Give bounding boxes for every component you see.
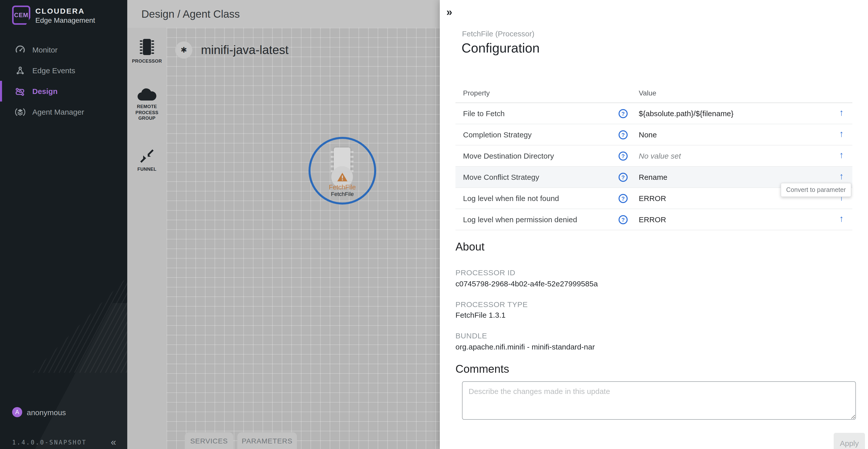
comments-input[interactable]: [462, 381, 856, 420]
sidebar-item-label: Design: [32, 87, 58, 95]
property-name: Move Destination Directory: [463, 151, 554, 160]
sidebar-item-label: Edge Events: [32, 66, 75, 75]
configuration-panel: » FetchFile (Processor) Configuration Pr…: [440, 0, 868, 449]
property-value[interactable]: None: [639, 130, 657, 139]
property-value[interactable]: Rename: [639, 173, 667, 181]
property-name: Log level when permission denied: [463, 215, 577, 224]
property-value[interactable]: ERROR: [639, 215, 666, 224]
palette-item-label: PROCESSOR: [127, 59, 167, 64]
sidebar-item-monitor[interactable]: Monitor: [0, 39, 127, 60]
unsaved-changes-icon: ✱: [175, 41, 192, 59]
brand-product: Edge Management: [35, 16, 95, 24]
table-row: Log level when permission denied ? ERROR…: [456, 209, 852, 230]
panel-subtitle: FetchFile (Processor): [462, 29, 534, 38]
processor-id-value: c0745798-2968-4b02-a4fe-52e27999585a: [456, 279, 598, 288]
tab-services[interactable]: SERVICES: [185, 432, 233, 449]
convert-to-parameter-icon[interactable]: ↑: [839, 214, 844, 224]
avatar: A: [12, 407, 22, 417]
sidebar-item-label: Agent Manager: [32, 108, 84, 116]
table-row: Move Destination Directory ? No value se…: [456, 146, 852, 167]
help-icon[interactable]: ?: [619, 215, 628, 224]
user-name: anonymous: [27, 408, 66, 416]
processor-type-value: FetchFile 1.3.1: [456, 310, 505, 319]
help-icon[interactable]: ?: [619, 151, 628, 160]
property-column-header: Property: [463, 89, 490, 97]
property-name: Completion Strategy: [463, 130, 532, 139]
property-name: Move Conflict Strategy: [463, 173, 539, 181]
convert-to-parameter-icon[interactable]: ↑: [839, 171, 844, 182]
sidebar: CEM CLOUDERA Edge Management Monitor: [0, 0, 127, 449]
processor-type-label: PROCESSOR TYPE: [456, 300, 528, 308]
tab-parameters[interactable]: PARAMETERS: [237, 432, 297, 449]
table-row: Completion Strategy ? None ↑: [456, 124, 852, 146]
breadcrumb[interactable]: Design / Agent Class: [142, 8, 240, 20]
help-icon[interactable]: ?: [619, 109, 628, 118]
panel-title: Configuration: [462, 40, 539, 56]
cem-badge-text: CEM: [14, 11, 28, 19]
user-menu[interactable]: A anonymous: [12, 407, 66, 417]
sidebar-item-agent-manager[interactable]: Agent Manager: [0, 101, 127, 122]
agent-manager-icon: [15, 107, 25, 117]
app-root: CEM CLOUDERA Edge Management Monitor: [0, 0, 868, 449]
property-value[interactable]: ${absolute.path}/${filename}: [639, 109, 734, 118]
comments-heading: Comments: [456, 363, 509, 376]
edge-events-icon: [15, 65, 25, 76]
processor-icon: [140, 38, 155, 56]
help-icon[interactable]: ?: [619, 130, 628, 140]
flow-canvas[interactable]: ✱ minifi-java-latest FetchFile FetchFile…: [167, 28, 440, 449]
app-version: 1.4.0.0-SNAPSHOT: [12, 439, 87, 446]
convert-to-parameter-tooltip: Convert to parameter: [781, 183, 851, 197]
node-title: FetchFile: [309, 183, 376, 191]
sidebar-item-label: Monitor: [32, 46, 58, 54]
funnel-icon: [139, 148, 155, 164]
node-subtitle: FetchFile: [309, 191, 376, 197]
bundle-value: org.apache.nifi.minifi - minifi-standard…: [456, 342, 595, 351]
app-logo: CEM CLOUDERA Edge Management: [12, 5, 95, 25]
palette-item-label: REMOTE PROCESS GROUP: [127, 104, 167, 122]
sidebar-item-edge-events[interactable]: Edge Events: [0, 60, 127, 81]
property-value[interactable]: No value set: [639, 151, 681, 160]
design-icon: [15, 86, 25, 96]
warning-icon: [337, 172, 348, 182]
gauge-icon: [15, 45, 25, 55]
convert-to-parameter-icon[interactable]: ↑: [839, 108, 844, 118]
sidebar-item-design[interactable]: Design: [0, 81, 127, 101]
cloud-icon: [137, 87, 157, 101]
cem-logo-icon: CEM: [12, 5, 30, 25]
apply-button[interactable]: Apply: [834, 433, 865, 449]
value-column-header: Value: [639, 89, 656, 97]
properties-table: Property Value File to Fetch ? ${absolut…: [456, 85, 852, 230]
palette-item-processor[interactable]: PROCESSOR: [127, 38, 167, 64]
bundle-label: BUNDLE: [456, 331, 487, 340]
palette-item-funnel[interactable]: FUNNEL: [127, 148, 167, 173]
chip-pins-right: [350, 151, 353, 173]
avatar-initial: A: [15, 409, 19, 416]
component-palette: PROCESSOR REMOTE PROCESS GROUP FUNNEL: [127, 28, 167, 449]
processor-node-fetchfile[interactable]: FetchFile FetchFile: [309, 137, 376, 205]
about-heading: About: [456, 240, 485, 253]
property-name: File to Fetch: [463, 109, 505, 118]
palette-item-remote-process-group[interactable]: REMOTE PROCESS GROUP: [127, 87, 167, 122]
collapse-panel-icon[interactable]: »: [446, 6, 452, 18]
sidebar-nav: Monitor Edge Events Design: [0, 39, 127, 122]
property-value[interactable]: ERROR: [639, 194, 666, 203]
sidebar-footer: 1.4.0.0-SNAPSHOT «: [12, 438, 116, 447]
help-icon[interactable]: ?: [619, 194, 628, 203]
collapse-sidebar-icon[interactable]: «: [111, 438, 116, 447]
help-icon[interactable]: ?: [619, 173, 628, 182]
flow-name: minifi-java-latest: [201, 43, 288, 57]
table-header: Property Value: [456, 85, 852, 103]
sidebar-stripes-decoration-2: [0, 303, 127, 449]
palette-item-label: FUNNEL: [127, 167, 167, 173]
convert-to-parameter-icon[interactable]: ↑: [839, 150, 844, 160]
property-name: Log level when file not found: [463, 194, 559, 203]
brand-text: CLOUDERA Edge Management: [35, 6, 95, 24]
convert-to-parameter-icon[interactable]: ↑: [839, 129, 844, 140]
brand-name: CLOUDERA: [35, 6, 95, 15]
top-header: Design / Agent Class: [127, 0, 440, 28]
table-row: File to Fetch ? ${absolute.path}/${filen…: [456, 103, 852, 124]
processor-id-label: PROCESSOR ID: [456, 268, 515, 277]
